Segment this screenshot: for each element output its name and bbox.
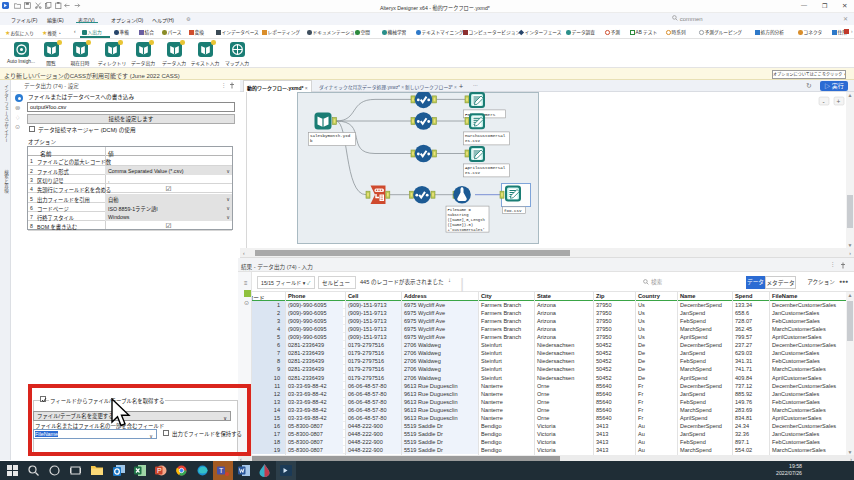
svg-text:salesbymonth.yxd: salesbymonth.yxd xyxy=(310,134,351,138)
svg-text:FileName =: FileName = xyxy=(448,208,472,212)
svg-text:([Name],0,Length: ([Name],0,Length xyxy=(448,218,485,222)
svg-text:+'CustomerSales': +'CustomerSales' xyxy=(448,228,485,232)
svg-text:Substring: Substring xyxy=(448,213,469,217)
svg-text:foo.csv: foo.csv xyxy=(504,209,522,213)
svg-text:MarchCustomerSal: MarchCustomerSal xyxy=(465,134,506,138)
svg-text:es.csv: es.csv xyxy=(465,139,481,143)
svg-text:+: + xyxy=(837,98,841,105)
svg-text:AprilCustomerSal: AprilCustomerSal xyxy=(465,166,506,170)
svg-text:T: T xyxy=(219,467,224,474)
svg-text:-: - xyxy=(823,98,825,105)
svg-text:es.csv: es.csv xyxy=(465,171,481,175)
svg-text:P: P xyxy=(157,467,162,474)
svg-text:([Name])-5): ([Name])-5) xyxy=(448,223,474,227)
